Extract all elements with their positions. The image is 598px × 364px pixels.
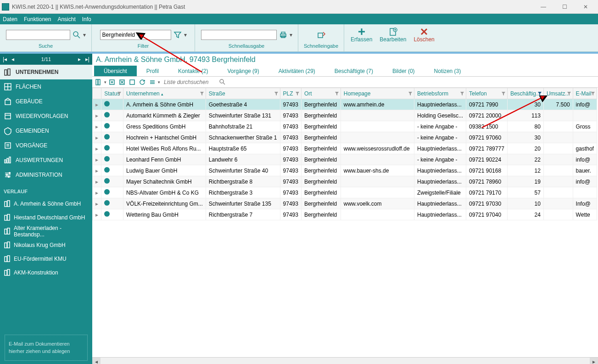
create-button[interactable]: Erfassen xyxy=(347,26,376,44)
menu-funktionen[interactable]: Funktionen xyxy=(24,16,51,22)
email-dropzone[interactable]: E-Mail zum Dokumentieren hierher ziehen … xyxy=(5,335,88,361)
row-expander[interactable]: ▸ xyxy=(93,165,101,176)
table-row[interactable]: ▸Ludwig Bauer GmbHSchweinfurter Straße 4… xyxy=(93,165,597,176)
sidebar-item-flächen[interactable]: FLÄCHEN xyxy=(0,79,92,94)
table-row[interactable]: ▸Leonhard Fenn GmbHLandwehr 697493Bergrh… xyxy=(93,154,597,165)
minimize-button[interactable]: — xyxy=(533,0,554,13)
table-row[interactable]: ▸Wettering Bau GmbHRichtbergstraße 79749… xyxy=(93,209,597,220)
close-button[interactable]: ✕ xyxy=(575,0,596,13)
list-search-icon[interactable] xyxy=(219,78,226,86)
column-header[interactable]: Umsatz... xyxy=(543,88,573,99)
pager-first[interactable]: |◂ xyxy=(2,56,8,62)
column-header[interactable]: Beschäftig... xyxy=(507,88,543,99)
menu-info[interactable]: Info xyxy=(82,16,91,22)
history-item[interactable]: AKM-Konstruktion xyxy=(0,266,92,280)
tab-kontakte[interactable]: Kontakte (2) xyxy=(168,66,218,76)
search-icon[interactable] xyxy=(72,30,81,39)
sidebar-item-auswertungen[interactable]: AUSWERTUNGEN xyxy=(0,153,92,168)
menu-ansicht[interactable]: Ansicht xyxy=(57,16,75,22)
tab-bilder[interactable]: Bilder (0) xyxy=(383,66,425,76)
filter-icon[interactable] xyxy=(274,91,279,96)
filter-icon[interactable] xyxy=(460,91,464,96)
row-expander[interactable]: ▸ xyxy=(93,176,101,187)
quick-output-input[interactable] xyxy=(201,30,277,40)
toolbar-menu-icon[interactable] xyxy=(148,78,157,87)
row-expander[interactable]: ▸ xyxy=(93,154,101,165)
filter-icon[interactable] xyxy=(408,91,413,96)
horizontal-scrollbar[interactable]: ◂ ▸ xyxy=(92,357,598,364)
table-row[interactable]: ▸A. Amrhein & Söhne GmbHGoethestraße 497… xyxy=(93,99,597,110)
filter-icon[interactable] xyxy=(335,91,339,96)
row-expander[interactable]: ▸ xyxy=(93,121,101,132)
filter-icon[interactable] xyxy=(200,91,204,96)
menu-daten[interactable]: Daten xyxy=(3,16,17,22)
toolbar-excel-icon[interactable] xyxy=(117,78,127,87)
history-item[interactable]: Nikolaus Krug GmbH xyxy=(0,238,92,252)
sidebar-item-gemeinden[interactable]: GEMEINDEN xyxy=(0,123,92,138)
table-row[interactable]: ▸Automarkt Kümmeth & ZieglerSchweinfurte… xyxy=(93,110,597,121)
filter-dropdown[interactable]: ▾ xyxy=(184,32,187,38)
scroll-left[interactable]: ◂ xyxy=(92,358,101,364)
tab-aktivitten[interactable]: Aktivitäten (29) xyxy=(269,66,325,76)
history-item[interactable]: A. Amrhein & Söhne GmbH xyxy=(0,197,92,211)
pager-last[interactable]: ▸| xyxy=(84,56,90,62)
column-header[interactable]: Telefon xyxy=(466,88,508,99)
row-expander[interactable]: ▸ xyxy=(93,132,101,143)
column-header[interactable]: Unternehmen ▴ xyxy=(123,88,206,99)
toolbar-export-icon[interactable] xyxy=(107,78,117,87)
history-item[interactable]: Alter Kramerladen - Bestandsp... xyxy=(0,224,92,238)
table-row[interactable]: ▸Gress Speditions GmbHBahnhofstraße 2197… xyxy=(93,121,597,132)
sidebar-item-gebäude[interactable]: GEBÄUDE xyxy=(0,94,92,109)
print-icon[interactable] xyxy=(279,30,288,39)
edit-button[interactable]: Bearbeiten xyxy=(376,26,410,44)
toolbar-fullscreen-icon[interactable] xyxy=(128,78,137,87)
column-header[interactable]: PLZ xyxy=(280,88,301,99)
history-item[interactable]: EU-Fördermittel KMU xyxy=(0,252,92,266)
filter-icon[interactable] xyxy=(173,30,182,39)
row-expander[interactable]: ▸ xyxy=(93,198,101,209)
tab-bersicht[interactable]: Übersicht xyxy=(94,66,137,76)
table-row[interactable]: ▸NBS-Altvater GmbH & Co KGRichtbergstraß… xyxy=(93,187,597,198)
toolbar-columns-icon[interactable] xyxy=(94,78,103,87)
column-header[interactable]: Betriebsform xyxy=(414,88,466,99)
grid-container[interactable]: StatusUnternehmen ▴StraßePLZOrtHomepageB… xyxy=(92,88,598,357)
sidebar-item-administration[interactable]: ADMINISTRATION xyxy=(0,168,92,182)
row-expander[interactable]: ▸ xyxy=(93,110,101,121)
row-expander[interactable]: ▸ xyxy=(93,99,101,110)
search-input[interactable] xyxy=(6,30,70,40)
scroll-right[interactable]: ▸ xyxy=(590,358,598,364)
row-expander[interactable]: ▸ xyxy=(93,187,101,198)
delete-button[interactable]: Löschen xyxy=(410,26,438,44)
table-row[interactable]: ▸Hotel Weißes Roß Alfons Ru...Hauptstraß… xyxy=(93,143,597,154)
row-expander[interactable]: ▸ xyxy=(93,143,101,154)
history-item[interactable]: Hiestand Deutschland GmbH xyxy=(0,211,92,224)
column-header[interactable]: Straße xyxy=(206,88,280,99)
tab-profil[interactable]: Profil xyxy=(137,66,168,76)
table-row[interactable]: ▸Hochrein + Hantschel GmbHSchnackenwerth… xyxy=(93,132,597,143)
filter-icon[interactable] xyxy=(295,91,300,96)
filter-icon[interactable] xyxy=(567,91,571,96)
sidebar-item-vorgänge[interactable]: VORGÄNGE xyxy=(0,138,92,153)
filter-input[interactable] xyxy=(100,30,171,40)
column-header[interactable]: Status xyxy=(101,88,123,99)
quick-input-button[interactable] xyxy=(313,29,330,40)
toolbar-refresh-icon[interactable] xyxy=(138,78,147,87)
pager-next[interactable]: ▸ xyxy=(77,56,82,62)
filter-icon[interactable] xyxy=(117,91,122,96)
table-row[interactable]: ▸VÖLK-Freizeiteinrichtung Gm...Schweinfu… xyxy=(93,198,597,209)
table-row[interactable]: ▸Mayer Schaltechnik GmbHRichtbergstraße … xyxy=(93,176,597,187)
maximize-button[interactable]: ☐ xyxy=(554,0,575,13)
column-header[interactable]: Ort xyxy=(301,88,341,99)
filter-icon[interactable] xyxy=(591,91,595,96)
tab-vorgnge[interactable]: Vorgänge (9) xyxy=(218,66,268,76)
column-header[interactable]: E-Mail xyxy=(573,88,597,99)
sidebar-item-unternehmen[interactable]: UNTERNEHMEN xyxy=(0,65,92,79)
tab-notizen[interactable]: Notizen (3) xyxy=(425,66,471,76)
tab-beschftigte[interactable]: Beschäftigte (7) xyxy=(325,66,383,76)
list-search-input[interactable] xyxy=(163,78,218,86)
row-expander[interactable]: ▸ xyxy=(93,209,101,220)
search-dropdown[interactable]: ▾ xyxy=(83,32,86,38)
print-dropdown[interactable]: ▾ xyxy=(290,32,292,38)
pager-prev[interactable]: ◂ xyxy=(11,56,15,62)
column-header[interactable]: Homepage xyxy=(341,88,414,99)
